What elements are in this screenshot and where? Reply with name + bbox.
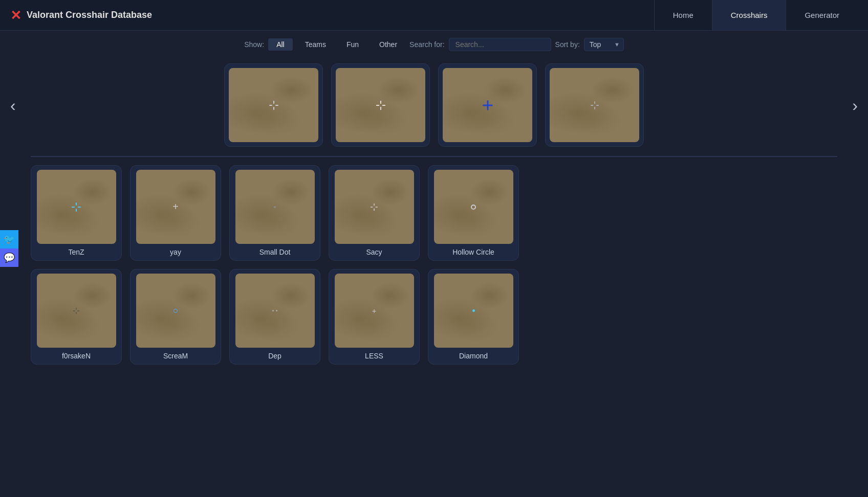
filter-all[interactable]: All [268, 38, 293, 51]
preview-dep [235, 274, 315, 348]
preview-yay: + [136, 170, 215, 244]
card-small-dot[interactable]: Small Dot [229, 165, 320, 261]
sort-label: Sort by: [555, 40, 580, 49]
card-forsaken[interactable]: f0rsakeN [31, 269, 122, 365]
icon-yay: + [172, 201, 179, 213]
carousel-track [31, 58, 837, 152]
preview-less: + [335, 274, 414, 348]
crosshair-icon-1 [269, 101, 278, 110]
app-title: Valorant Crosshair Database [27, 10, 152, 20]
grid-section: TenZ + yay Small Dot [0, 165, 868, 365]
icon-diamond [472, 309, 475, 312]
label-sacy: Sacy [366, 248, 382, 256]
carousel-card-3[interactable] [438, 63, 537, 147]
search-input[interactable] [449, 38, 551, 51]
carousel-card-4[interactable] [545, 63, 644, 147]
icon-scream [173, 309, 178, 313]
header: ✕ Valorant Crosshair Database Home Cross… [0, 0, 868, 31]
sort-select[interactable]: Top New Name [584, 38, 624, 51]
carousel-card-1[interactable] [224, 63, 323, 147]
twitter-icon: 🐦 [4, 234, 15, 245]
card-yay[interactable]: + yay [130, 165, 221, 261]
label-tenz: TenZ [68, 248, 84, 256]
crosshair-preview-1 [229, 68, 318, 142]
crosshair-preview-3 [443, 68, 532, 142]
icon-forsaken [72, 306, 81, 315]
preview-small-dot [235, 170, 315, 244]
discord-button[interactable]: 💬 [0, 248, 18, 267]
nav-crosshairs[interactable]: Crosshairs [712, 0, 786, 30]
card-tenz[interactable]: TenZ [31, 165, 122, 261]
icon-hollow-circle [471, 205, 476, 210]
section-divider [31, 156, 837, 157]
label-less: LESS [365, 352, 383, 360]
twitter-button[interactable]: 🐦 [0, 230, 18, 248]
crosshair-icon-2 [375, 100, 386, 111]
crosshair-preview-2 [336, 68, 425, 142]
card-dep[interactable]: Dep [229, 269, 320, 365]
filter-bar: Show: All Teams Fun Other Search for: So… [0, 31, 868, 58]
icon-less: + [372, 307, 376, 315]
label-small-dot: Small Dot [259, 248, 291, 256]
label-yay: yay [170, 248, 181, 256]
card-diamond[interactable]: Diamond [428, 269, 519, 365]
label-dep: Dep [268, 352, 281, 360]
card-sacy[interactable]: Sacy [329, 165, 420, 261]
crosshair-icon-4 [590, 101, 599, 110]
logo-area: ✕ Valorant Crosshair Database [10, 9, 654, 22]
show-label: Show: [244, 40, 264, 49]
carousel-left-arrow[interactable]: ‹ [5, 91, 21, 120]
label-forsaken: f0rsakeN [62, 352, 91, 360]
preview-diamond [434, 274, 513, 348]
preview-sacy [335, 170, 414, 244]
label-hollow-circle: Hollow Circle [452, 248, 494, 256]
nav-links: Home Crosshairs Generator [654, 0, 858, 30]
crosshair-icon-3 [484, 101, 492, 109]
nav-generator[interactable]: Generator [786, 0, 858, 30]
sort-wrapper: Top New Name ▼ [584, 38, 624, 51]
grid-row-1: TenZ + yay Small Dot [31, 165, 837, 261]
discord-icon: 💬 [4, 252, 15, 263]
search-label: Search for: [409, 40, 444, 49]
card-hollow-circle[interactable]: Hollow Circle [428, 165, 519, 261]
filter-teams[interactable]: Teams [297, 38, 334, 51]
card-scream[interactable]: ScreaM [130, 269, 221, 365]
crosshair-preview-4 [550, 68, 639, 142]
icon-sacy [370, 202, 379, 212]
preview-scream [136, 274, 215, 348]
carousel-card-2[interactable] [331, 63, 430, 147]
icon-small-dot [274, 206, 276, 208]
nav-home[interactable]: Home [654, 0, 712, 30]
carousel-right-arrow[interactable]: › [847, 91, 863, 120]
logo-icon: ✕ [10, 9, 21, 22]
carousel-section: ‹ [0, 58, 868, 152]
card-less[interactable]: + LESS [329, 269, 420, 365]
icon-tenz [72, 202, 81, 212]
social-sidebar: 🐦 💬 [0, 230, 18, 267]
icon-dep [272, 310, 277, 311]
filter-other[interactable]: Other [371, 38, 405, 51]
filter-fun[interactable]: Fun [338, 38, 367, 51]
grid-row-2: f0rsakeN ScreaM Dep + [31, 269, 837, 365]
label-diamond: Diamond [459, 352, 488, 360]
preview-hollow-circle [434, 170, 513, 244]
preview-forsaken [37, 274, 116, 348]
preview-tenz [37, 170, 116, 244]
label-scream: ScreaM [163, 352, 188, 360]
